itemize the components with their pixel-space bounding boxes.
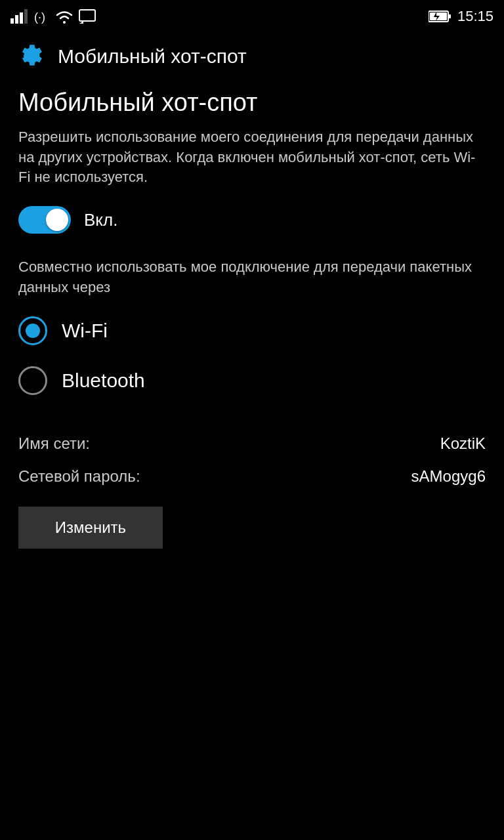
cellular-icon: (·) <box>34 9 50 24</box>
hotspot-description: Разрешить использование моего соединения… <box>18 127 486 188</box>
status-time: 15:15 <box>457 8 494 25</box>
svg-text:(·): (·) <box>34 10 45 24</box>
wifi-icon <box>55 9 74 24</box>
status-right: 15:15 <box>429 8 494 25</box>
radio-bluetooth-label: Bluetooth <box>62 369 145 392</box>
network-password-value: sAMogyg6 <box>411 467 486 486</box>
radio-wifi[interactable]: Wi-Fi <box>18 316 486 345</box>
message-icon <box>79 9 96 24</box>
svg-rect-6 <box>79 10 95 21</box>
radio-wifi-label: Wi-Fi <box>62 320 108 342</box>
status-left: (·) <box>10 9 96 24</box>
svg-rect-3 <box>24 9 28 24</box>
svg-rect-2 <box>20 12 23 24</box>
hotspot-toggle[interactable] <box>18 206 71 234</box>
toggle-label: Вкл. <box>84 210 117 230</box>
gear-icon <box>13 41 45 72</box>
toggle-knob <box>46 209 68 231</box>
network-name-value: KoztiK <box>440 434 486 453</box>
network-info-section: Имя сети: KoztiK Сетевой пароль: sAMogyg… <box>18 421 486 549</box>
status-bar: (·) 15:15 <box>0 0 504 33</box>
svg-rect-10 <box>448 14 451 18</box>
main-content: Мобильный хот-спот Разрешить использован… <box>0 83 504 555</box>
share-section-subtitle: Совместно использовать мое подключение д… <box>18 257 486 298</box>
header-title: Мобильный хот-спот <box>58 45 247 68</box>
change-button[interactable]: Изменить <box>18 507 163 549</box>
network-name-row: Имя сети: KoztiK <box>18 434 486 453</box>
page-title: Мобильный хот-спот <box>18 89 486 117</box>
network-password-label: Сетевой пароль: <box>18 467 140 486</box>
hotspot-toggle-row: Вкл. <box>18 206 486 234</box>
radio-bluetooth[interactable]: Bluetooth <box>18 366 486 395</box>
radio-bluetooth-circle <box>18 366 47 395</box>
radio-wifi-circle <box>18 316 47 345</box>
signal-icon <box>10 9 29 24</box>
svg-rect-1 <box>15 15 18 24</box>
page-header: Мобильный хот-спот <box>0 33 504 83</box>
battery-charging-icon <box>429 10 452 23</box>
network-name-label: Имя сети: <box>18 434 90 453</box>
radio-wifi-dot <box>26 324 40 338</box>
network-password-row: Сетевой пароль: sAMogyg6 <box>18 467 486 486</box>
svg-rect-0 <box>10 18 14 24</box>
